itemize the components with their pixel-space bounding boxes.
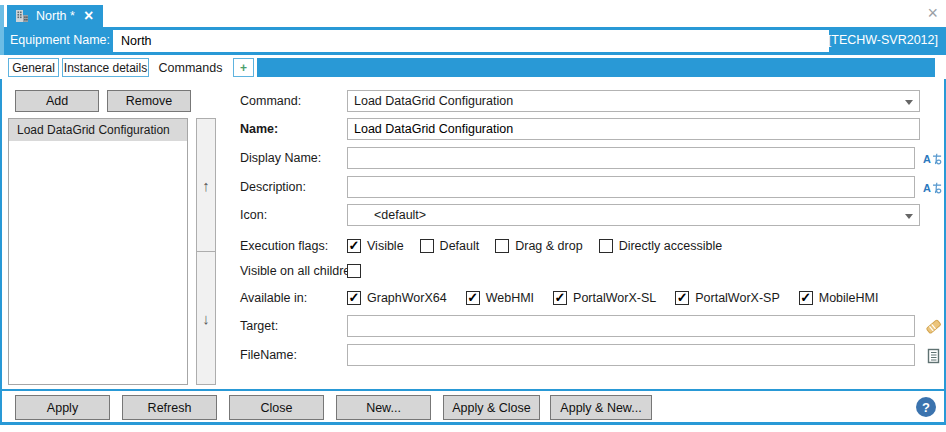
description-label: Description:: [240, 176, 306, 198]
close-button[interactable]: Close: [229, 395, 324, 420]
add-tab-button[interactable]: +: [233, 58, 254, 77]
checkbox-portalworx-sl[interactable]: ✓: [553, 291, 567, 305]
help-icon[interactable]: ?: [916, 397, 936, 417]
checkbox-graphworx64[interactable]: ✓: [347, 291, 361, 305]
command-label: Command:: [240, 90, 301, 112]
equipment-building-icon: [15, 9, 29, 23]
execution-flags-label: Execution flags:: [240, 237, 328, 255]
filename-label: FileName:: [240, 344, 297, 366]
checkbox-mobilehmi-label: MobileHMI: [819, 291, 879, 305]
description-input[interactable]: [347, 176, 915, 198]
commands-tab-content: Add Remove Load DataGrid Configuration ↑…: [0, 79, 946, 389]
name-label: Name:: [240, 118, 278, 140]
footer-bar: Apply Refresh Close New... Apply & Close…: [0, 389, 946, 425]
localize-icon[interactable]: A: [923, 179, 943, 196]
svg-text:A: A: [923, 152, 931, 164]
tag-icon[interactable]: [923, 318, 943, 335]
tab-strip: General Instance details Commands +: [0, 55, 946, 79]
checkbox-webhmi-label: WebHMI: [486, 291, 534, 305]
checkbox-visible-on-all-children[interactable]: [347, 264, 361, 278]
display-name-label: Display Name:: [240, 147, 321, 169]
checkbox-directly-accessible[interactable]: [599, 239, 613, 253]
workbench-window: North * × × Equipment Name: [TECHW-SVR20…: [0, 0, 946, 432]
document-tab-bar: North * × ×: [0, 0, 946, 27]
checkbox-default-label: Default: [440, 239, 480, 253]
apply-close-button[interactable]: Apply & Close: [443, 395, 540, 420]
document-tab-title: North *: [36, 9, 75, 23]
equipment-header: Equipment Name: [TECHW-SVR2012]: [0, 27, 946, 55]
equipment-name-label: Equipment Name:: [10, 33, 110, 47]
checkbox-portalworx-sl-label: PortalWorX-SL: [573, 291, 656, 305]
command-dropdown-value: Load DataGrid Configuration: [354, 94, 513, 108]
checkbox-visible[interactable]: ✓: [347, 239, 361, 253]
icon-dropdown[interactable]: <default>: [347, 204, 920, 226]
checkbox-webhmi[interactable]: ✓: [466, 291, 480, 305]
name-input[interactable]: [347, 118, 920, 140]
checkbox-drag-drop[interactable]: [495, 239, 509, 253]
close-icon[interactable]: ×: [927, 4, 938, 22]
chevron-down-icon: [905, 100, 913, 105]
checkbox-portalworx-sp-label: PortalWorX-SP: [695, 291, 780, 305]
apply-new-button[interactable]: Apply & New...: [550, 395, 652, 420]
available-in-label: Available in:: [240, 289, 307, 307]
equipment-name-input[interactable]: [113, 30, 829, 52]
tab-strip-filler: [257, 58, 935, 77]
checkbox-drag-drop-label: Drag & drop: [515, 239, 582, 253]
checkbox-graphworx64-label: GraphWorX64: [367, 291, 447, 305]
checkbox-visible-label: Visible: [367, 239, 404, 253]
new-button[interactable]: New...: [336, 395, 431, 420]
command-dropdown[interactable]: Load DataGrid Configuration: [347, 90, 920, 112]
visible-children-label: Visible on all children:: [240, 262, 361, 280]
localize-icon[interactable]: A: [923, 150, 943, 167]
icon-label: Icon:: [240, 204, 267, 226]
display-name-input[interactable]: [347, 147, 915, 169]
icon-dropdown-value: <default>: [354, 208, 426, 222]
target-input[interactable]: [347, 315, 915, 337]
checkbox-default[interactable]: [420, 239, 434, 253]
svg-text:A: A: [923, 181, 931, 193]
checkbox-directly-accessible-label: Directly accessible: [619, 239, 723, 253]
execution-flags-group: ✓ Visible Default Drag & drop Directly a…: [347, 237, 738, 255]
filename-input[interactable]: [347, 344, 915, 366]
tab-close-icon[interactable]: ×: [84, 9, 93, 23]
chevron-down-icon: [905, 214, 913, 219]
document-tab-north[interactable]: North * ×: [7, 5, 103, 27]
available-in-group: ✓ GraphWorX64 ✓ WebHMI ✓ PortalWorX-SL ✓…: [347, 289, 897, 307]
apply-button[interactable]: Apply: [15, 395, 110, 420]
file-browse-icon[interactable]: [923, 347, 943, 364]
tab-general[interactable]: General: [8, 58, 59, 77]
checkbox-mobilehmi[interactable]: ✓: [799, 291, 813, 305]
left-accent-strip: [0, 5, 4, 55]
checkbox-portalworx-sp[interactable]: ✓: [675, 291, 689, 305]
tab-commands[interactable]: Commands: [152, 56, 229, 79]
refresh-button[interactable]: Refresh: [122, 395, 217, 420]
server-name-badge: [TECHW-SVR2012]: [828, 33, 938, 47]
target-label: Target:: [240, 315, 278, 337]
tab-instance-details[interactable]: Instance details: [62, 58, 149, 77]
